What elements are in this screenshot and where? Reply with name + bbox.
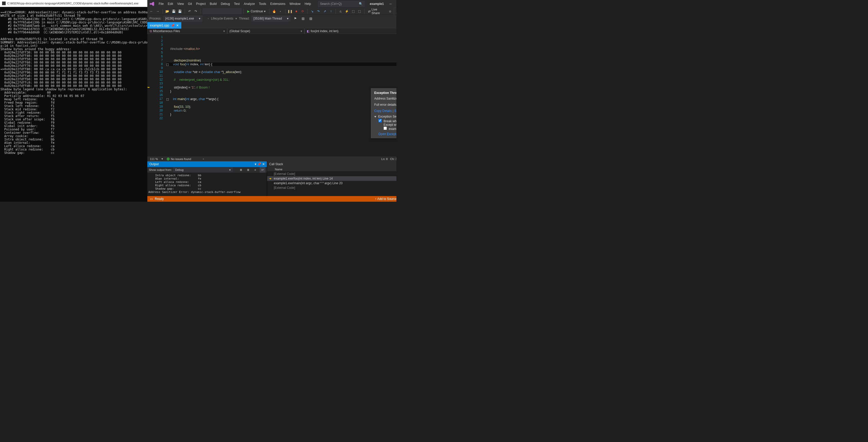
editor-area[interactable]: 12345678910111213141516171819202122 #inc…: [147, 34, 396, 156]
chevron-down-icon: ▾: [223, 29, 225, 33]
menu-project[interactable]: Project: [194, 0, 208, 8]
callstack-row[interactable]: example1.exe!main(int argc, char * * arg…: [267, 181, 396, 185]
undo-button[interactable]: ↶: [187, 8, 192, 14]
expander-icon[interactable]: [374, 116, 376, 117]
menu-tools[interactable]: Tools: [257, 0, 268, 8]
menu-extensions[interactable]: Extensions: [268, 0, 287, 8]
stack-frame-icon2[interactable]: ▤: [308, 16, 313, 21]
tool-btn-1[interactable]: ▫: [278, 8, 283, 14]
callstack-body[interactable]: [External Code]➜example1.exe!foo(int ind…: [267, 172, 396, 196]
output-icon2[interactable]: ≣: [245, 167, 251, 173]
nav-project[interactable]: ⧉ Miscellaneous Files ▾: [147, 29, 227, 34]
menu-analyze[interactable]: Analyze: [242, 0, 257, 8]
tool-btn-4[interactable]: ⬚: [350, 8, 356, 14]
stop-button[interactable]: ■: [293, 8, 299, 14]
tool-btn-2[interactable]: ⎌: [338, 8, 343, 14]
callstack-row[interactable]: ➜example1.exe!foo(int index, int len) Li…: [267, 176, 396, 181]
step-backward-button[interactable]: ↑: [329, 8, 334, 14]
file-tab-example1[interactable]: example1.cpp 📌 ✕: [147, 22, 181, 29]
zoom-dropdown-icon[interactable]: ▾: [161, 157, 163, 161]
menu-test[interactable]: Test: [232, 0, 242, 8]
redo-button[interactable]: ↷: [193, 8, 198, 14]
code-editor[interactable]: #include <malloc.h> __declspec(noinline)…: [166, 34, 396, 156]
menu-git[interactable]: Git: [186, 0, 194, 8]
search-box[interactable]: Search (Ctrl+Q) 🔍: [318, 1, 365, 7]
step-out-button[interactable]: ↗: [322, 8, 328, 14]
ok-icon: [167, 158, 170, 161]
output-source-dropdown[interactable]: Debug▾: [173, 168, 232, 172]
break-when-checkbox[interactable]: Break when this exception type is thrown: [378, 120, 396, 123]
menu-file[interactable]: File: [157, 0, 166, 8]
exception-settings-header: Exception Settings: [378, 115, 396, 118]
menu-view[interactable]: View: [175, 0, 186, 8]
console-pane: C:\MSDN\cpp-docs-pr\docs\c-language\ASAN…: [0, 0, 147, 202]
menu-edit[interactable]: Edit: [166, 0, 175, 8]
process-label: Process:: [149, 17, 161, 20]
exception-message: Address Sanitizer Error: dynamic-stack-b…: [374, 97, 396, 100]
feedback-icon[interactable]: ☺: [388, 8, 393, 14]
stack-frame-icon[interactable]: ▤: [300, 16, 306, 21]
lifecycle-icon[interactable]: ▫: [208, 17, 209, 20]
nav-scope[interactable]: (Global Scope) ▾: [227, 29, 305, 34]
bottom-panels: Output ▾ 📌 ✕ Show output from: Debug▾: [147, 161, 396, 196]
save-button[interactable]: 💾: [171, 8, 176, 14]
scroll-left-button[interactable]: ◂: [203, 157, 204, 161]
step-into-button[interactable]: ↘: [310, 8, 315, 14]
callstack-row[interactable]: [External Code]: [267, 185, 396, 190]
live-share-button[interactable]: ⇄ Live Share: [367, 8, 386, 15]
close-tab-button[interactable]: ✕: [176, 24, 179, 27]
search-placeholder: Search (Ctrl+Q): [320, 2, 342, 6]
callstack-row[interactable]: [External Code]: [267, 172, 396, 176]
nav-back-button[interactable]: ←: [149, 8, 154, 14]
file-tab-label: example1.cpp: [150, 24, 169, 27]
issues-indicator[interactable]: No issues found: [167, 158, 191, 161]
copy-details-link[interactable]: Copy Details: [374, 109, 392, 113]
source-control-button[interactable]: ↑ Add to Source Control ▴: [375, 197, 396, 201]
console-body: ==4136==ERROR: AddressSanitizer: dynamic…: [0, 7, 147, 202]
output-icon3[interactable]: ≡: [252, 167, 258, 173]
hot-reload-icon[interactable]: 🔥: [272, 8, 277, 14]
menu-build[interactable]: Build: [208, 0, 219, 8]
output-panel: Output ▾ 📌 ✕ Show output from: Debug▾: [147, 161, 267, 196]
play-icon: ▶: [247, 9, 250, 13]
callstack-col-name: Name: [270, 168, 282, 171]
minimize-button[interactable]: ─: [385, 0, 396, 8]
tool-btn-3[interactable]: ⚡: [344, 8, 349, 14]
menu-window[interactable]: Window: [287, 0, 303, 8]
config-dropdown[interactable]: [203, 8, 241, 14]
module-checkbox[interactable]: example1.exe: [378, 127, 396, 131]
output-icon1[interactable]: ≣: [238, 167, 244, 173]
chevron-down-icon: ▾: [301, 29, 302, 33]
chevron-down-icon: ▾: [264, 9, 266, 13]
output-title[interactable]: Output ▾ 📌 ✕: [147, 161, 267, 167]
tool-btn-5[interactable]: ⬚: [357, 8, 362, 14]
pin-icon[interactable]: 📌: [171, 24, 175, 27]
pause-button[interactable]: ❚❚: [287, 8, 292, 14]
nav-forward-button[interactable]: →: [155, 8, 160, 14]
output-wrap-icon[interactable]: ↩: [260, 167, 265, 173]
menu-debug[interactable]: Debug: [219, 0, 232, 8]
panel-pin-icon[interactable]: 📌: [257, 162, 261, 166]
open-exception-settings-link[interactable]: Open Exception Settings: [378, 132, 396, 136]
panel-close-icon[interactable]: ✕: [262, 162, 265, 166]
thread-dropdown[interactable]: [35160] Main Thread▾: [252, 16, 290, 21]
line-number-gutter: 12345678910111213141516171819202122: [151, 34, 166, 156]
open-file-button[interactable]: 📂: [165, 8, 170, 14]
breakpoint-margin[interactable]: [147, 34, 151, 156]
start-live-share-link[interactable]: Start Live Share session...: [394, 109, 396, 113]
callstack-title[interactable]: Call Stack ▾ 📌 ✕: [267, 161, 396, 167]
flag-icon[interactable]: ⚑: [292, 16, 298, 21]
restart-button[interactable]: ⟳: [300, 8, 305, 14]
status-icon: ▭: [150, 197, 153, 201]
continue-button[interactable]: ▶ Continue ▾: [246, 8, 267, 14]
zoom-level[interactable]: 111 %: [150, 158, 158, 161]
save-all-button[interactable]: 💾: [177, 8, 182, 14]
menu-help[interactable]: Help: [303, 0, 313, 8]
output-body[interactable]: Intra object redzone: bb ASan internal: …: [147, 173, 267, 196]
nav-member[interactable]: ◧ foo(int index, int len) ▾: [305, 29, 396, 34]
exception-title: Exception Thrown: [374, 91, 396, 95]
step-over-button[interactable]: ↷: [316, 8, 321, 14]
process-dropdown[interactable]: [4136] example1.exe▾: [163, 16, 202, 21]
search-icon: 🔍: [359, 2, 363, 6]
panel-dropdown-icon[interactable]: ▾: [255, 162, 256, 166]
